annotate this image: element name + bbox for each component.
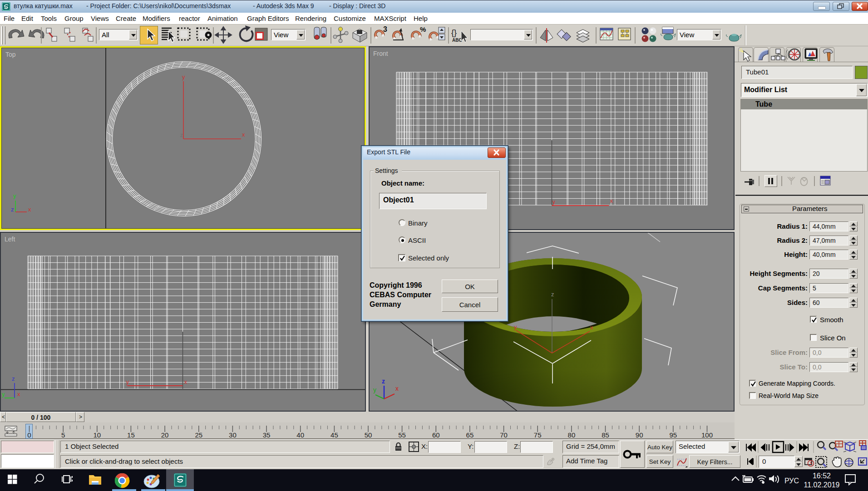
svg-text:16:52: 16:52 <box>813 472 831 480</box>
svg-text:11.02.2019: 11.02.2019 <box>804 481 840 489</box>
svg-text:РУС: РУС <box>784 477 799 485</box>
